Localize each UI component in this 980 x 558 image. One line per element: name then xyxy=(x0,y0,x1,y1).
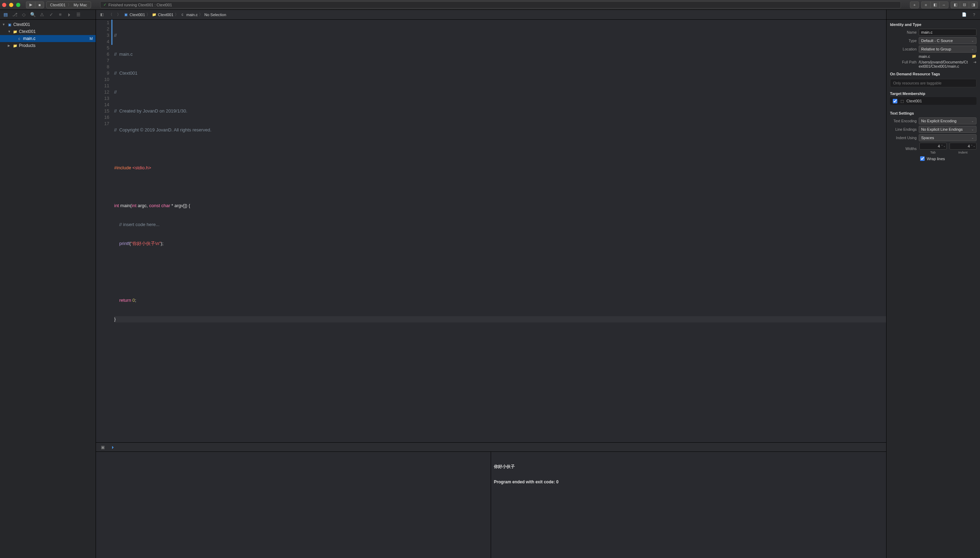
chevron-down-icon: ⌄ xyxy=(971,136,974,140)
assistant-editor-button[interactable]: ◧ xyxy=(930,2,939,8)
group-row[interactable]: ▼ 📁 Ctext001 xyxy=(0,28,96,35)
stop-button[interactable]: ■ xyxy=(35,2,44,8)
debug-area: ▣ ⏵ 你好小伙子 Program ended with exit code: … xyxy=(96,442,886,558)
project-tree: ▼ ▣ Ctext001 ▼ 📁 Ctext001 c main.c M ▶ 📁 xyxy=(0,20,96,558)
location-select[interactable]: Relative to Group⌄ xyxy=(919,46,977,53)
project-name: Ctext001 xyxy=(13,22,30,27)
target-checkbox[interactable] xyxy=(893,99,897,103)
find-navigator-tab[interactable]: 🔍 xyxy=(29,11,37,18)
toggle-inspector-button[interactable]: ◨ xyxy=(969,2,978,8)
line-endings-select[interactable]: No Explicit Line Endings⌄ xyxy=(919,126,977,133)
variables-pane[interactable] xyxy=(96,452,491,558)
target-name: Ctext001 xyxy=(906,99,922,103)
target-section-title: Target Membership xyxy=(887,89,980,97)
back-button[interactable]: 〈 xyxy=(106,11,114,18)
odr-section-title: On Demand Resource Tags xyxy=(887,69,980,77)
scheme-destination: My Mac xyxy=(74,3,87,7)
fullpath-value: /Users/jovand/Documents/Ctext001/Ctext00… xyxy=(919,60,970,68)
library-button[interactable]: + xyxy=(910,2,919,8)
related-items-button[interactable]: ◧ xyxy=(98,11,106,18)
navigator-tabs: ▤ ⎇ ◇ 🔍 ⚠ ✓ ≡ ⏵ ☰ xyxy=(0,10,96,20)
scm-badge: M xyxy=(90,36,93,41)
chevron-icon: 〉 xyxy=(199,12,203,17)
zoom-button[interactable] xyxy=(16,3,20,7)
toolbar: ▶ ■ Ctext001 〉 My Mac ✓ Finished running… xyxy=(0,0,980,10)
window-controls xyxy=(2,3,20,7)
console-output-line: Program ended with exit code: 0 xyxy=(494,479,883,485)
inspector-tabs: 📄 ? xyxy=(887,10,980,20)
encoding-label: Text Encoding xyxy=(890,119,916,123)
widths-label: Widths xyxy=(890,146,916,151)
fullpath-label: Full Path xyxy=(890,60,916,64)
test-navigator-tab[interactable]: ✓ xyxy=(47,11,56,18)
help-inspector-tab[interactable]: ? xyxy=(970,11,978,18)
line-gutter: 123 456 789 101112 131415 1617 xyxy=(96,20,113,442)
location-file: main.c xyxy=(919,54,968,59)
products-row[interactable]: ▶ 📁 Products xyxy=(0,42,96,49)
inspector: 📄 ? Identity and Type Name main.c Type D… xyxy=(886,10,980,558)
close-button[interactable] xyxy=(2,3,6,7)
breakpoints-button[interactable]: ⏵ xyxy=(109,444,117,451)
toggle-debug-button[interactable]: ⊟ xyxy=(960,2,969,8)
identity-section-title: Identity and Type xyxy=(887,20,980,28)
toggle-debug-view-button[interactable]: ▣ xyxy=(99,444,106,451)
run-button[interactable]: ▶ xyxy=(26,2,35,8)
disclosure-icon[interactable]: ▶ xyxy=(8,44,11,47)
breakpoint-navigator-tab[interactable]: ⏵ xyxy=(65,11,74,18)
issue-navigator-tab[interactable]: ⚠ xyxy=(38,11,46,18)
disclosure-icon[interactable]: ▼ xyxy=(2,23,6,26)
forward-button[interactable]: 〉 xyxy=(115,11,123,18)
jump-group[interactable]: 📁 Ctext001 xyxy=(152,12,173,17)
indent-width-stepper[interactable]: 4 Indent xyxy=(949,143,977,154)
project-navigator-tab[interactable]: ▤ xyxy=(2,11,10,18)
status-text: Finished running Ctext001 : Ctext001 xyxy=(109,3,172,7)
console-output-line: 你好小伙子 xyxy=(494,464,883,469)
chevron-down-icon: ⌄ xyxy=(971,39,974,43)
toggle-navigator-button[interactable]: ◧ xyxy=(951,2,960,8)
standard-editor-button[interactable]: ≡ xyxy=(921,2,930,8)
reveal-folder-icon[interactable]: 📁 xyxy=(972,54,977,59)
name-label: Name xyxy=(890,30,916,34)
file-name: main.c xyxy=(23,36,35,41)
folder-icon: 📁 xyxy=(13,29,18,34)
encoding-select[interactable]: No Explicit Encoding⌄ xyxy=(919,117,977,125)
scheme-selector[interactable]: Ctext001 〉 My Mac xyxy=(46,2,91,8)
source-control-navigator-tab[interactable]: ⎇ xyxy=(10,11,19,18)
odr-tags-field: Only resources are taggable xyxy=(890,79,977,87)
jump-file[interactable]: c main.c xyxy=(180,12,198,17)
minimize-button[interactable] xyxy=(9,3,13,7)
indent-using-select[interactable]: Spaces⌄ xyxy=(919,134,977,141)
project-row[interactable]: ▼ ▣ Ctext001 xyxy=(0,21,96,28)
chevron-down-icon: ⌄ xyxy=(971,128,974,131)
scheme-project: Ctext001 xyxy=(50,3,65,7)
report-navigator-tab[interactable]: ☰ xyxy=(74,11,83,18)
group-name: Ctext001 xyxy=(19,29,36,34)
type-select[interactable]: Default - C Source⌄ xyxy=(919,37,977,44)
console-pane[interactable]: 你好小伙子 Program ended with exit code: 0 xyxy=(491,452,886,558)
project-icon: ▣ xyxy=(123,12,128,17)
code-editor[interactable]: 123 456 789 101112 131415 1617 // // mai… xyxy=(96,20,886,442)
products-name: Products xyxy=(19,43,35,48)
code-content[interactable]: // // main.c // Ctext001 // // Created b… xyxy=(113,20,886,442)
wrap-lines-checkbox[interactable] xyxy=(920,156,924,161)
c-file-icon: c xyxy=(17,36,22,41)
location-label: Location xyxy=(890,47,916,51)
status-ok-icon: ✓ xyxy=(103,2,106,7)
jump-project[interactable]: ▣ Ctext001 xyxy=(123,12,145,17)
disclosure-icon[interactable]: ▼ xyxy=(8,30,11,33)
tab-width-stepper[interactable]: 4 Tab xyxy=(919,143,947,154)
debug-navigator-tab[interactable]: ≡ xyxy=(56,11,64,18)
symbol-navigator-tab[interactable]: ◇ xyxy=(20,11,28,18)
file-inspector-tab[interactable]: 📄 xyxy=(960,11,968,18)
chevron-icon: 〉 xyxy=(175,12,178,17)
folder-icon: 📁 xyxy=(13,43,18,48)
jump-selection[interactable]: No Selection xyxy=(204,13,226,17)
file-row[interactable]: c main.c M xyxy=(0,35,96,42)
chevron-down-icon: ⌄ xyxy=(971,47,974,51)
jump-bar: ◧ 〈 〉 ▣ Ctext001 〉 📁 Ctext001 〉 c main.c… xyxy=(96,10,886,20)
name-field[interactable]: main.c xyxy=(919,29,977,36)
chevron-icon: 〉 xyxy=(146,12,150,17)
editor-area: ◧ 〈 〉 ▣ Ctext001 〉 📁 Ctext001 〉 c main.c… xyxy=(96,10,886,558)
version-editor-button[interactable]: ↔ xyxy=(939,2,949,8)
reveal-arrow-icon[interactable]: ➜ xyxy=(973,60,977,64)
